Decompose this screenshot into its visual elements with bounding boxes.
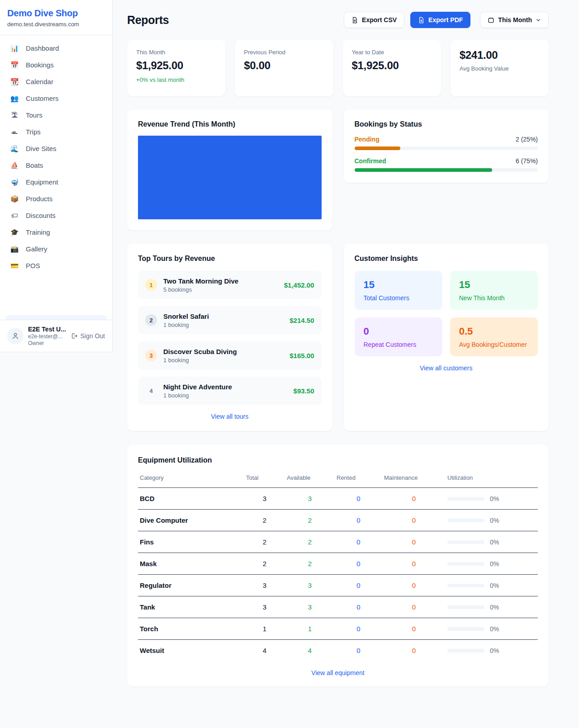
sidebar-item-gallery[interactable]: 📸Gallery xyxy=(5,241,107,257)
sidebar-item-dive-sites[interactable]: 🌊Dive Sites xyxy=(5,140,107,157)
sidebar-item-bookings[interactable]: 📅Bookings xyxy=(5,57,107,73)
sidebar-nav: 📊Dashboard 📅Bookings 📆Calendar 👥Customer… xyxy=(0,35,112,314)
sidebar-item-discounts[interactable]: 🏷Discounts xyxy=(5,207,107,224)
avatar xyxy=(7,328,24,344)
brand: Demo Dive Shop demo.test.divestreams.com xyxy=(0,0,112,35)
cell-available: 3 xyxy=(285,596,335,618)
equipment-utilization-title: Equipment Utilization xyxy=(138,456,538,464)
package-icon: 📦 xyxy=(10,195,19,202)
status-bar-fill-pending xyxy=(355,147,400,150)
sidebar-item-label: Discounts xyxy=(26,212,56,219)
sidebar-item-training[interactable]: 🎓Training xyxy=(5,224,107,241)
status-bar-fill-confirmed xyxy=(355,168,492,172)
table-row: BCD 3 3 0 0 0% xyxy=(138,488,538,510)
equipment-utilization-card: Equipment Utilization Category Total Ava… xyxy=(127,444,549,686)
utilization-cell: 0% xyxy=(447,647,536,654)
calendar-outline-icon xyxy=(488,17,494,24)
sidebar-item-boats[interactable]: ⛵Boats xyxy=(5,157,107,174)
stat-label: Avg Booking Value xyxy=(460,65,540,72)
export-csv-button[interactable]: Export CSV xyxy=(344,12,404,28)
tour-bookings: 1 booking xyxy=(163,392,287,399)
export-pdf-label: Export PDF xyxy=(428,16,463,24)
diving-mask-icon: 🤿 xyxy=(10,179,19,185)
document-download-icon xyxy=(351,17,358,24)
view-all-equipment-link[interactable]: View all equipment xyxy=(138,669,538,676)
table-row: Wetsuit 4 4 0 0 0% xyxy=(138,640,538,662)
brand-domain: demo.test.divestreams.com xyxy=(7,21,105,28)
tour-name: Snorkel Safari xyxy=(163,312,283,320)
sidebar-item-equipment[interactable]: 🤿Equipment xyxy=(5,174,107,190)
utilization-cell: 0% xyxy=(447,560,536,567)
cell-total: 2 xyxy=(244,553,285,575)
table-header-row: Category Total Available Rented Maintena… xyxy=(138,471,538,488)
cell-maintenance: 0 xyxy=(382,488,446,510)
cell-rented: 0 xyxy=(335,618,382,640)
status-label-confirmed: Confirmed xyxy=(355,157,386,165)
view-all-customers-link[interactable]: View all customers xyxy=(355,364,538,372)
wave-icon: 🌊 xyxy=(10,145,19,152)
sidebar-item-pos[interactable]: 💳POS xyxy=(5,257,107,274)
island-icon: 🏝 xyxy=(10,112,19,118)
cell-rented: 0 xyxy=(335,488,382,510)
cell-total: 2 xyxy=(244,510,285,531)
cell-maintenance: 0 xyxy=(382,510,446,531)
column-header-utilization: Utilization xyxy=(446,471,538,488)
sidebar-item-dashboard[interactable]: 📊Dashboard xyxy=(5,40,107,57)
column-header-total: Total xyxy=(244,471,285,488)
cell-rented: 0 xyxy=(335,510,382,531)
main-content: Reports Export CSV Export PDF xyxy=(113,0,579,728)
revenue-trend-title: Revenue Trend (This Month) xyxy=(138,120,322,128)
table-row: Fins 2 2 0 0 0% xyxy=(138,531,538,553)
utilization-percent: 0% xyxy=(490,539,499,546)
tour-name: Night Dive Adventure xyxy=(163,383,287,391)
column-header-available: Available xyxy=(285,471,335,488)
bookings-by-status-title: Bookings by Status xyxy=(355,120,538,128)
status-row-pending: Pending 2 (25%) xyxy=(355,136,538,150)
sidebar-item-label: Boats xyxy=(26,161,43,169)
sidebar-item-trips[interactable]: 🛥Trips xyxy=(5,123,107,140)
tag-icon: 🏷 xyxy=(10,212,19,219)
tour-amount: $93.50 xyxy=(294,387,314,395)
sidebar-item-label: Calendar xyxy=(26,78,53,85)
utilization-cell: 0% xyxy=(447,604,536,611)
sidebar-item-products[interactable]: 📦Products xyxy=(5,190,107,207)
table-row: Regulator 3 3 0 0 0% xyxy=(138,575,538,596)
period-dropdown[interactable]: This Month xyxy=(480,12,549,28)
sidebar-item-customers[interactable]: 👥Customers xyxy=(5,90,107,107)
table-row: Dive Computer 2 2 0 0 0% xyxy=(138,510,538,531)
cell-total: 4 xyxy=(244,640,285,662)
view-all-tours-link[interactable]: View all tours xyxy=(138,413,322,420)
customer-insights-title: Customer Insights xyxy=(355,255,538,263)
stat-delta: +0% vs last month xyxy=(136,76,216,83)
insight-value: 15 xyxy=(459,279,529,291)
tour-amount: $1,452.00 xyxy=(284,281,314,289)
tour-row: 1 Two Tank Morning Dive 5 bookings $1,45… xyxy=(138,271,322,299)
stat-value: $0.00 xyxy=(244,59,324,72)
sidebar-item-tours[interactable]: 🏝Tours xyxy=(5,107,107,123)
camera-icon: 📸 xyxy=(10,246,19,252)
page-title: Reports xyxy=(127,14,169,27)
insight-value: 0.5 xyxy=(459,326,529,337)
insight-label: New This Month xyxy=(459,294,529,302)
brand-name[interactable]: Demo Dive Shop xyxy=(7,8,105,19)
cell-rented: 0 xyxy=(335,553,382,575)
sidebar-item-active-partial[interactable] xyxy=(5,315,107,320)
cell-category: Torch xyxy=(138,618,244,640)
utilization-percent: 0% xyxy=(490,582,499,589)
utilization-cell: 0% xyxy=(447,539,536,546)
sign-out-button[interactable]: Sign Out xyxy=(71,332,105,340)
column-header-rented: Rented xyxy=(335,471,382,488)
cell-maintenance: 0 xyxy=(382,640,446,662)
page-header: Reports Export CSV Export PDF xyxy=(127,12,549,28)
tour-bookings: 5 bookings xyxy=(163,286,278,293)
stat-value: $1,925.00 xyxy=(352,59,432,72)
bookings-calendar-icon: 📅 xyxy=(10,61,19,68)
graduation-cap-icon: 🎓 xyxy=(10,229,19,236)
bookings-by-status-card: Bookings by Status Pending 2 (25%) Confi… xyxy=(344,109,549,183)
sidebar-item-label: Dive Sites xyxy=(26,145,57,152)
insight-tile-repeat-customers: 0 Repeat Customers xyxy=(355,317,442,356)
sidebar-item-label: Training xyxy=(26,228,50,236)
sidebar-item-calendar[interactable]: 📆Calendar xyxy=(5,73,107,90)
export-pdf-button[interactable]: Export PDF xyxy=(410,12,470,28)
cell-rented: 0 xyxy=(335,531,382,553)
